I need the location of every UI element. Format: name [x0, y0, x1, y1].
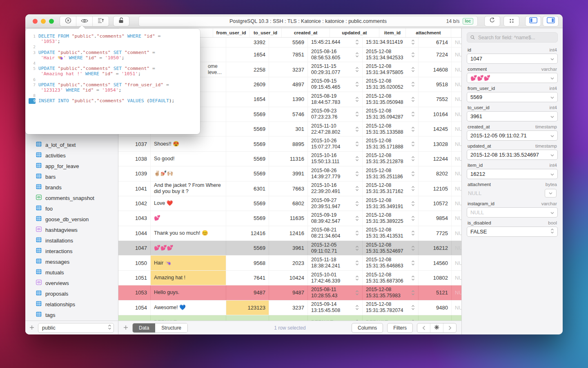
field-input-updated_at[interactable]: 2015-12-08 15:31:35.524697: [467, 150, 558, 160]
sidebar-item-mutuals[interactable]: mutuals: [36, 267, 116, 278]
table-row[interactable]: 1039✌🏼💅🏼🙌🏼556939912015-08-26 14:39:27.77…: [118, 166, 461, 181]
field-input-instagram_id[interactable]: NULL: [467, 207, 558, 218]
table-row[interactable]: 1037Shoes!! 😍556988952015-10-26 15:07:27…: [118, 137, 461, 151]
value-stepper[interactable]: [355, 66, 359, 73]
chevron-down-icon[interactable]: [550, 171, 554, 177]
field-input-attachment[interactable]: NULL: [467, 188, 558, 198]
add-row-button[interactable]: [123, 324, 128, 332]
column-header-to_user_id[interactable]: to_user_id: [249, 28, 282, 37]
value-stepper[interactable]: [411, 43, 415, 45]
table-row[interactable]: 1054Awesome! 💙12312332372015-09-14 13:15…: [118, 301, 461, 315]
sidebar-item-tags[interactable]: tags: [36, 310, 116, 320]
value-stepper[interactable]: [411, 52, 415, 58]
value-stepper[interactable]: [411, 81, 415, 88]
value-stepper[interactable]: [411, 289, 415, 296]
column-header-updated_at[interactable]: updated_at: [330, 28, 379, 37]
table-row[interactable]: DEFAULTDEFAULTDEFAULTDEFAULTDEFAULTDEFAU…: [118, 315, 461, 321]
tab-data[interactable]: Data: [133, 323, 155, 332]
sql-code[interactable]: 1DELETE FROM "public"."comments" WHERE "…: [29, 34, 196, 104]
table-row[interactable]: 1043💕5569116352015-09-19 08:39:42.547201…: [118, 211, 461, 226]
sidebar-item-overviews[interactable]: overviews: [36, 278, 116, 288]
value-stepper[interactable]: [355, 185, 359, 192]
field-input-from_user_id[interactable]: 5569: [467, 92, 558, 102]
value-stepper[interactable]: [411, 155, 415, 162]
field-input-is_disabled[interactable]: FALSE: [467, 227, 558, 237]
open-items-button[interactable]: [503, 16, 519, 27]
value-stepper[interactable]: [411, 141, 415, 147]
refresh-button[interactable]: [484, 16, 500, 27]
value-stepper-icon[interactable]: [550, 228, 554, 236]
value-stepper[interactable]: [355, 43, 359, 45]
discard-changes-button[interactable]: [60, 16, 76, 26]
sidebar-item-foo[interactable]: foo: [36, 203, 116, 214]
sidebar-item-interactions[interactable]: interactions: [36, 246, 116, 256]
value-stepper[interactable]: [355, 275, 359, 281]
value-stepper[interactable]: [411, 111, 415, 117]
sidebar-item-app_for_leave[interactable]: app_for_leave: [36, 161, 116, 171]
sidebar-item-hashtagviews[interactable]: hashtagviews: [36, 224, 116, 235]
value-stepper[interactable]: [411, 260, 415, 266]
schema-select[interactable]: public: [38, 323, 114, 333]
table-row[interactable]: 1042Love ❤️556968022015-09-27 20:39:51.9…: [118, 196, 461, 211]
sidebar-item-proposals[interactable]: proposals: [36, 288, 116, 299]
value-stepper[interactable]: [355, 245, 359, 251]
zoom-window-button[interactable]: [49, 19, 54, 24]
table-row[interactable]: 1051Amazing hat !7641104242015-10-01 17:…: [118, 271, 461, 285]
value-stepper[interactable]: [355, 215, 359, 222]
open-attachment-button[interactable]: [545, 189, 557, 197]
chevron-down-icon[interactable]: [550, 113, 554, 119]
value-stepper[interactable]: [355, 304, 359, 311]
table-row[interactable]: 1050Hair 👒956820232015-11-18 18:38:24.24…: [118, 256, 461, 270]
sidebar-item-goose_db_version[interactable]: goose_db_version: [36, 214, 116, 224]
column-header-from_user_id[interactable]: from_user_id: [213, 28, 249, 37]
sidebar-item-messages[interactable]: messages: [36, 256, 116, 267]
column-header-created_at[interactable]: created_at: [282, 28, 330, 37]
preview-changes-button[interactable]: [76, 16, 92, 26]
value-stepper[interactable]: [355, 126, 359, 132]
value-stepper[interactable]: [411, 66, 415, 73]
chevron-down-icon[interactable]: [550, 75, 554, 81]
chevron-down-icon[interactable]: [550, 152, 554, 158]
column-header-item_id[interactable]: item_id: [379, 28, 406, 37]
value-stepper[interactable]: [355, 200, 359, 207]
sidebar-item-comments_snapshot[interactable]: comments_snapshot: [36, 193, 116, 203]
columns-button[interactable]: Columns: [352, 323, 383, 333]
toggle-right-panel-button[interactable]: [543, 16, 559, 27]
sidebar-item-brands[interactable]: brands: [36, 182, 116, 193]
sidebar-item-bars[interactable]: bars: [36, 171, 116, 182]
filters-button[interactable]: Filters: [387, 323, 413, 333]
table-row[interactable]: 1038So good!5569113162015-10-16 15:50:13…: [118, 152, 461, 166]
field-input-comment[interactable]: 💕💕💕: [467, 73, 558, 83]
value-stepper[interactable]: [411, 171, 415, 177]
value-stepper[interactable]: [355, 155, 359, 162]
field-search-input[interactable]: [477, 34, 554, 41]
table-row[interactable]: 1047💕💕💕556939612015-12-05 09:11:02.71201…: [118, 241, 461, 256]
next-page-button[interactable]: [443, 323, 456, 332]
table-row[interactable]: 1053Hello guys.948794872015-08-11 10:28:…: [118, 285, 461, 300]
close-window-button[interactable]: [33, 19, 38, 24]
value-stepper[interactable]: [355, 230, 359, 236]
chevron-down-icon[interactable]: [550, 132, 554, 139]
field-input-to_user_id[interactable]: 3961: [467, 111, 558, 121]
sidebar-item-installations[interactable]: installations: [36, 235, 116, 246]
commit-changes-button[interactable]: [92, 16, 109, 26]
value-stepper[interactable]: [411, 185, 415, 192]
value-stepper[interactable]: [411, 304, 415, 311]
value-stepper[interactable]: [411, 126, 415, 132]
previous-page-button[interactable]: [417, 323, 430, 332]
tab-structure[interactable]: Structure: [155, 323, 187, 332]
value-stepper[interactable]: [355, 289, 359, 296]
sidebar-item-activities[interactable]: activities: [36, 150, 116, 161]
field-input-created_at[interactable]: 2015-12-05 09:11:02.71: [467, 130, 558, 141]
value-stepper[interactable]: [355, 260, 359, 266]
page-settings-button[interactable]: [430, 323, 443, 332]
value-stepper[interactable]: [355, 171, 359, 177]
table-row[interactable]: 1041And the jacket ? From Where did you …: [118, 182, 461, 196]
toggle-left-panel-button[interactable]: [525, 16, 541, 27]
value-stepper[interactable]: [411, 200, 415, 207]
add-schema-button[interactable]: [29, 324, 34, 332]
value-stepper[interactable]: [355, 111, 359, 117]
value-stepper[interactable]: [355, 96, 359, 103]
field-input-item_id[interactable]: 16212: [467, 169, 558, 179]
value-stepper[interactable]: [411, 230, 415, 236]
